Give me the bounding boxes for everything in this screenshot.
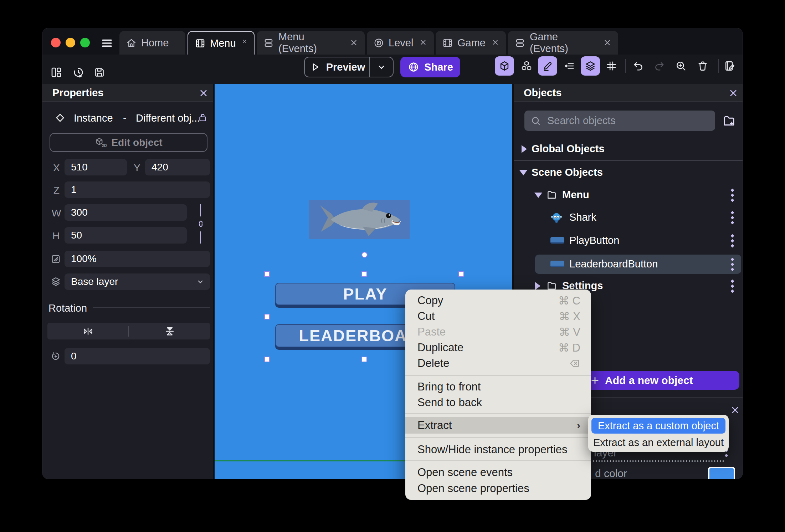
submenu-item-extract-external-layout[interactable]: Extract as an external layout bbox=[591, 435, 725, 450]
kebab-menu-icon[interactable] bbox=[730, 187, 735, 203]
tab-menu[interactable]: Menu bbox=[188, 31, 255, 55]
edit-object-button[interactable]: 2D Edit object bbox=[50, 133, 207, 152]
selection-handle-sw[interactable] bbox=[264, 357, 270, 362]
objects-panel-header: Objects bbox=[514, 84, 743, 102]
shark-thumbnail-icon bbox=[549, 211, 564, 225]
expand-arrow-icon[interactable] bbox=[522, 145, 527, 153]
selection-handle-s[interactable] bbox=[361, 357, 367, 362]
grid-button[interactable] bbox=[602, 56, 621, 76]
close-tab-icon[interactable] bbox=[242, 39, 247, 48]
kebab-menu-icon[interactable] bbox=[730, 256, 735, 272]
link-dimensions-icon[interactable] bbox=[195, 218, 206, 229]
flip-horizontal-icon bbox=[82, 325, 94, 337]
share-button[interactable]: Share bbox=[400, 57, 460, 77]
delete-button[interactable] bbox=[693, 56, 712, 76]
shark-sprite[interactable] bbox=[309, 200, 410, 239]
redo-button[interactable] bbox=[650, 56, 669, 76]
tab-label: Game bbox=[457, 37, 486, 49]
w-input[interactable] bbox=[65, 204, 187, 221]
traffic-close-button[interactable] bbox=[51, 38, 61, 47]
tab-menu-events[interactable]: Menu (Events) bbox=[257, 31, 365, 55]
edit-mode-button[interactable] bbox=[538, 56, 557, 76]
selection-handle-w[interactable] bbox=[264, 314, 270, 319]
divider bbox=[405, 437, 591, 438]
menu-item-show-hide-instance-properties[interactable]: Show/Hide instance properties bbox=[405, 442, 591, 457]
menu-item-extract[interactable]: Extract› bbox=[405, 417, 591, 434]
menu-item-bring-to-front[interactable]: Bring to front bbox=[405, 379, 591, 395]
preview-button[interactable]: Preview bbox=[304, 57, 394, 77]
close-panel-icon[interactable] bbox=[730, 405, 740, 415]
search-input[interactable] bbox=[547, 115, 690, 127]
menu-item-open-scene-events[interactable]: Open scene events bbox=[405, 465, 591, 480]
kebab-menu-icon[interactable] bbox=[730, 232, 735, 249]
tree-group-global-objects[interactable]: Global Objects bbox=[514, 139, 743, 159]
tab-home[interactable]: Home bbox=[119, 31, 185, 55]
tab-game[interactable]: Game bbox=[436, 31, 506, 55]
w-label: W bbox=[52, 208, 61, 219]
selection-handle-nw[interactable] bbox=[264, 271, 270, 277]
tree-folder-menu[interactable]: Menu bbox=[514, 185, 743, 205]
menu-item-label: Delete bbox=[417, 357, 450, 370]
edit-scene-properties-button[interactable] bbox=[720, 56, 739, 76]
traffic-minimize-button[interactable] bbox=[66, 38, 75, 47]
background-color-swatch[interactable] bbox=[708, 467, 735, 479]
undo-button[interactable] bbox=[628, 56, 648, 76]
h-input[interactable] bbox=[65, 227, 187, 244]
close-tab-icon[interactable] bbox=[603, 38, 612, 47]
kebab-menu-icon[interactable] bbox=[730, 278, 735, 294]
main-menu-icon[interactable] bbox=[101, 37, 113, 49]
selection-handle-n[interactable] bbox=[361, 271, 367, 277]
objects-mode-button[interactable] bbox=[495, 56, 514, 76]
menu-item-cut[interactable]: Cut⌘ X bbox=[405, 308, 591, 324]
instances-list-button[interactable] bbox=[560, 56, 579, 76]
tree-object-playbutton[interactable]: PlayButton bbox=[514, 231, 743, 250]
close-objects-icon[interactable] bbox=[728, 88, 739, 98]
collapse-arrow-icon[interactable] bbox=[534, 193, 542, 198]
events-sheet-icon bbox=[514, 37, 525, 48]
tab-game-events[interactable]: Game (Events) bbox=[508, 31, 618, 55]
instances-mode-button[interactable] bbox=[517, 56, 536, 76]
preview-options-button[interactable] bbox=[370, 62, 393, 72]
zoom-button[interactable] bbox=[671, 56, 691, 76]
opacity-input[interactable] bbox=[65, 251, 210, 267]
tree-group-scene-objects[interactable]: Scene Objects bbox=[514, 163, 743, 182]
submenu-item-extract-custom-object[interactable]: Extract as a custom object bbox=[591, 418, 725, 434]
save-icon[interactable] bbox=[93, 66, 106, 79]
layers-button[interactable] bbox=[581, 56, 600, 76]
tree-object-shark[interactable]: Shark bbox=[514, 208, 743, 227]
expand-arrow-icon[interactable] bbox=[535, 282, 540, 290]
traffic-zoom-button[interactable] bbox=[80, 38, 90, 47]
layer-select[interactable]: Base layer bbox=[65, 273, 210, 290]
selection-handle-ne[interactable] bbox=[458, 271, 464, 277]
history-icon[interactable] bbox=[72, 66, 85, 79]
unlock-icon[interactable] bbox=[197, 112, 208, 123]
x-input[interactable] bbox=[65, 159, 127, 175]
close-tab-icon[interactable] bbox=[491, 38, 499, 47]
add-folder-icon[interactable] bbox=[722, 113, 737, 128]
layer-select-value: Base layer bbox=[71, 276, 118, 287]
close-tab-icon[interactable] bbox=[349, 38, 358, 47]
menu-item-open-scene-properties[interactable]: Open scene properties bbox=[405, 481, 591, 496]
close-properties-icon[interactable] bbox=[198, 88, 209, 98]
project-manager-icon[interactable] bbox=[50, 66, 63, 79]
menu-item-send-to-back[interactable]: Send to back bbox=[405, 395, 591, 410]
tree-object-leaderboardbutton[interactable]: LeaderboardButton bbox=[514, 255, 743, 274]
tab-level[interactable]: Level bbox=[367, 31, 434, 55]
collapse-arrow-icon[interactable] bbox=[519, 170, 527, 175]
close-tab-icon[interactable] bbox=[419, 38, 427, 47]
y-input[interactable] bbox=[145, 159, 210, 175]
scene-icon bbox=[442, 37, 453, 48]
menu-item-paste[interactable]: Paste⌘ V bbox=[405, 324, 591, 340]
menu-item-label: Copy bbox=[417, 294, 443, 307]
rotate-handle[interactable] bbox=[361, 252, 368, 258]
menu-item-delete[interactable]: Delete bbox=[405, 355, 591, 371]
menu-item-copy[interactable]: Copy⌘ C bbox=[405, 293, 591, 308]
menu-item-label: Extract bbox=[417, 419, 452, 432]
flip-horizontal-button[interactable] bbox=[47, 325, 128, 337]
layer-icon bbox=[50, 276, 61, 287]
kebab-menu-icon[interactable] bbox=[730, 209, 735, 226]
flip-vertical-button[interactable] bbox=[129, 325, 210, 337]
rotation-angle-input[interactable] bbox=[65, 348, 210, 364]
z-input[interactable] bbox=[65, 181, 210, 198]
menu-item-duplicate[interactable]: Duplicate⌘ D bbox=[405, 340, 591, 355]
